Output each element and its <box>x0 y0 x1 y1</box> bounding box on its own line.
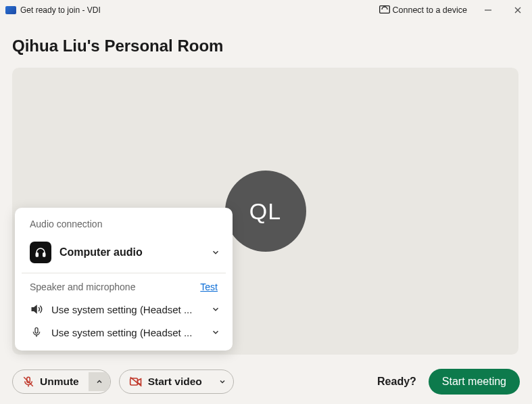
audio-mode-label: Computer audio <box>59 246 203 259</box>
unmute-button[interactable]: Unmute <box>13 370 89 393</box>
microphone-selector[interactable]: Use system setting (Headset ... <box>15 321 233 344</box>
video-preview: QL Audio connection Computer audio Speak… <box>12 68 518 355</box>
svg-rect-4 <box>36 253 38 256</box>
minimize-button[interactable] <box>479 3 497 17</box>
unmute-label: Unmute <box>40 376 79 388</box>
speaker-label: Use system setting (Headset ... <box>51 304 203 315</box>
cast-icon <box>379 5 390 16</box>
audio-panel-header: Audio connection <box>15 219 233 238</box>
svg-marker-6 <box>32 306 37 313</box>
avatar: QL <box>225 171 306 252</box>
app-icon <box>5 6 16 14</box>
test-audio-link[interactable]: Test <box>200 282 218 292</box>
room-title: Qihua Liu's Personal Room <box>12 37 520 55</box>
window-title: Get ready to join - VDI <box>20 5 101 15</box>
speaker-mic-header: Speaker and microphone <box>30 282 135 292</box>
start-video-label: Start video <box>148 376 202 388</box>
chevron-down-icon <box>211 248 220 257</box>
connect-device-button[interactable]: Connect to a device <box>379 5 468 16</box>
video-off-icon <box>129 376 143 388</box>
svg-rect-5 <box>43 253 45 256</box>
microphone-icon <box>30 326 43 338</box>
video-options-button[interactable] <box>212 372 233 391</box>
start-meeting-button[interactable]: Start meeting <box>429 369 520 395</box>
audio-connection-panel: Audio connection Computer audio Speaker … <box>15 208 233 351</box>
speaker-icon <box>30 303 43 315</box>
unmute-options-button[interactable] <box>89 372 110 391</box>
speaker-selector[interactable]: Use system setting (Headset ... <box>15 298 233 321</box>
mic-muted-icon <box>22 376 34 388</box>
connect-device-label: Connect to a device <box>393 5 468 15</box>
start-video-control: Start video <box>119 369 234 394</box>
audio-mode-selector[interactable]: Computer audio <box>15 238 233 273</box>
microphone-label: Use system setting (Headset ... <box>51 327 203 338</box>
headset-icon <box>30 242 51 263</box>
unmute-control: Unmute <box>12 369 111 394</box>
close-button[interactable] <box>509 3 527 17</box>
ready-label: Ready? <box>377 376 416 388</box>
chevron-down-icon <box>211 328 220 337</box>
chevron-down-icon <box>211 305 220 314</box>
svg-rect-7 <box>35 328 38 333</box>
start-video-button[interactable]: Start video <box>120 370 212 393</box>
